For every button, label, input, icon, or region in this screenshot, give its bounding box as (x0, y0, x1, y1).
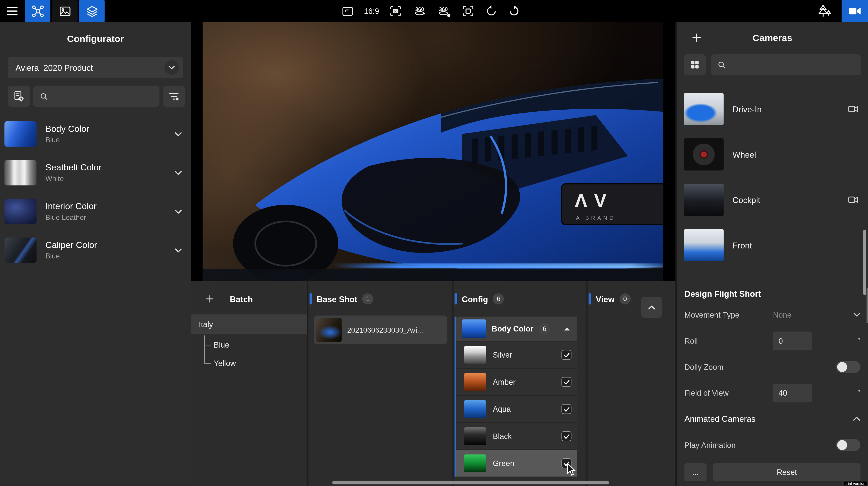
view-header: View 0 (587, 289, 676, 309)
base-shot-name: 20210606233030_Avi... (347, 326, 423, 334)
camera-item-front[interactable]: Front (677, 222, 868, 268)
roll-label: Roll (684, 336, 773, 345)
cameras-header: Cameras (677, 22, 868, 54)
dolly-zoom-label: Dolly Zoom (684, 362, 773, 371)
chevron-down-icon[interactable] (175, 248, 182, 253)
redo-button[interactable] (507, 4, 521, 18)
option-label: Aqua (493, 404, 555, 414)
green-checkbox[interactable] (561, 458, 571, 468)
configurator-search-input[interactable] (54, 92, 154, 101)
batch-child-yellow[interactable]: Yellow (204, 354, 307, 372)
search-icon (39, 91, 49, 101)
config-item-subtitle: Blue (45, 136, 165, 144)
black-checkbox[interactable] (561, 431, 571, 441)
accent-bar (310, 293, 312, 304)
roll-input[interactable] (773, 331, 812, 350)
add-batch-button[interactable] (204, 293, 215, 304)
config-option-black[interactable]: Black (456, 422, 577, 450)
config-group-count-badge: 6 (539, 323, 550, 334)
config-option-aqua[interactable]: Aqua (456, 395, 577, 423)
aspect-ratio-button[interactable] (341, 4, 354, 18)
pano-360-stereo-button[interactable]: 360 (437, 4, 452, 19)
chevron-down-icon[interactable] (175, 131, 182, 136)
chevron-down-icon[interactable] (175, 170, 182, 175)
config-item-caliper-color[interactable]: Caliper Color Blue (0, 231, 191, 270)
configurator-toolrow (8, 86, 183, 107)
batch-group-italy[interactable]: Italy (191, 314, 307, 334)
cameras-search-input[interactable] (732, 60, 856, 69)
undo-button[interactable] (485, 4, 498, 18)
pano-360-icon: 360 (412, 4, 427, 19)
config-group-body-color[interactable]: Body Color 6 (456, 316, 577, 341)
camera-item-drive-in[interactable]: Drive-In (677, 86, 868, 132)
base-shot-count-badge: 1 (362, 293, 373, 304)
cockpit-thumbnail (684, 184, 724, 216)
filter-icon (167, 90, 181, 103)
filter-button[interactable] (163, 86, 185, 107)
batch-child-blue[interactable]: Blue (204, 335, 307, 354)
movement-type-label: Movement Type (684, 310, 773, 319)
undo-icon (485, 4, 498, 18)
vertical-scrollbar[interactable] (863, 230, 866, 295)
preset-settings-button[interactable] (8, 86, 30, 107)
base-shot-panel: Base Shot 1 20210606233030_Avi... (308, 281, 453, 486)
image-mode-button[interactable] (52, 0, 78, 22)
play-animation-toggle[interactable] (836, 438, 860, 451)
screenshot-button[interactable] (389, 4, 403, 18)
aqua-checkbox[interactable] (561, 404, 571, 414)
amber-checkbox[interactable] (561, 377, 571, 387)
config-item-body-color[interactable]: Body Color Blue (0, 115, 191, 153)
animated-cameras-row[interactable]: Animated Cameras (684, 406, 860, 432)
collapse-panels-button[interactable] (641, 297, 662, 318)
check-icon (563, 433, 570, 440)
product-dropdown-value: Aviera_2020 Product (16, 63, 164, 72)
horizontal-scrollbar[interactable] (332, 481, 609, 484)
check-icon (563, 460, 570, 467)
base-shot-thumbnail (316, 317, 342, 342)
base-shot-item[interactable]: 20210606233030_Avi... (314, 315, 447, 344)
3d-viewport[interactable]: ΛV A BRAND (191, 22, 676, 281)
black-thumbnail (464, 427, 486, 445)
brand-badge: ΛV A BRAND (561, 184, 663, 225)
layers-mode-button[interactable] (79, 0, 104, 22)
configurator-mode-button[interactable] (25, 0, 50, 22)
collapse-triangle-icon[interactable] (564, 325, 570, 332)
chevron-down-icon[interactable] (175, 209, 182, 214)
redo-icon (507, 4, 521, 18)
config-option-green[interactable]: Green (456, 450, 577, 477)
reset-button[interactable]: Reset (713, 463, 860, 481)
capture-region-button[interactable] (461, 4, 475, 18)
pano-360-button[interactable]: 360 (412, 4, 427, 19)
view-title: View (596, 294, 615, 304)
field-of-view-input[interactable] (773, 383, 812, 402)
product-dropdown[interactable]: Aviera_2020 Product (8, 57, 183, 78)
config-panel: Config 6 Body Color 6 Silver (454, 281, 586, 486)
app-window: 16:9 360 360 (0, 0, 868, 486)
field-of-view-unit: ° (857, 388, 861, 397)
camera-item-cockpit[interactable]: Cockpit (677, 177, 868, 222)
camera-item-wheel[interactable]: Wheel (677, 132, 868, 177)
environment-button[interactable] (815, 0, 835, 22)
record-video-button[interactable] (842, 0, 868, 22)
config-option-amber[interactable]: Amber (456, 368, 577, 395)
add-camera-button[interactable] (689, 30, 704, 45)
camera-list: Drive-In Wheel Cockpit Front (677, 86, 868, 268)
config-item-seatbelt-color[interactable]: Seatbelt Color White (0, 153, 191, 192)
menu-button[interactable] (0, 0, 24, 22)
config-option-silver[interactable]: Silver (456, 341, 577, 368)
grid-view-button[interactable] (684, 54, 706, 75)
chevron-down-icon[interactable] (853, 312, 861, 317)
more-options-button[interactable]: ... (684, 463, 707, 481)
chevron-up-icon[interactable] (853, 416, 861, 421)
dolly-zoom-toggle[interactable] (836, 361, 860, 373)
option-label: Black (493, 432, 555, 441)
interior-color-thumbnail (4, 199, 37, 224)
movement-type-value[interactable]: None (773, 310, 792, 319)
configurator-searchbox (33, 86, 159, 107)
aqua-thumbnail (464, 400, 486, 418)
batch-tree: Blue Yellow (204, 335, 307, 372)
config-item-interior-color[interactable]: Interior Color Blue Leather (0, 192, 191, 231)
plus-icon (690, 32, 703, 44)
vertical-scrollbar-secondary[interactable] (867, 288, 868, 323)
silver-checkbox[interactable] (561, 350, 571, 360)
